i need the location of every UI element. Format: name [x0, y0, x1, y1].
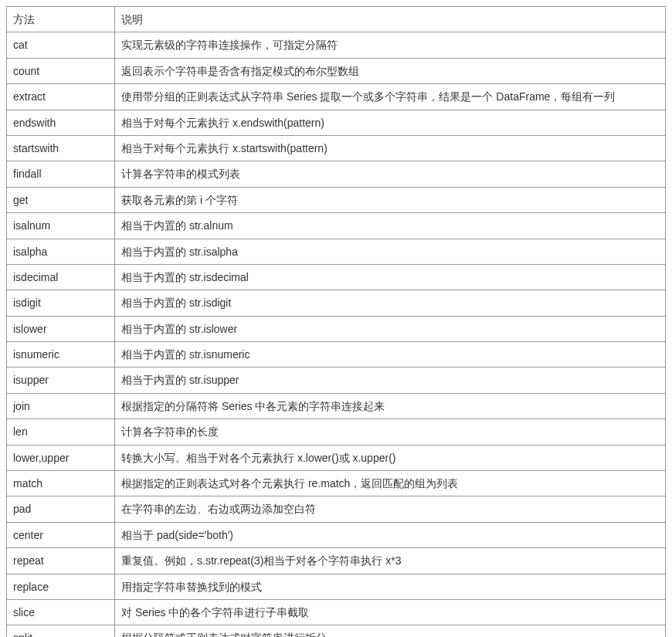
method-cell: isupper — [7, 368, 115, 393]
desc-cell: 用指定字符串替换找到的模式 — [115, 574, 666, 599]
string-methods-table: 方法说明cat实现元素级的字符串连接操作，可指定分隔符count返回表示个字符串… — [6, 6, 666, 637]
desc-cell: 计算各字符串的长度 — [115, 419, 666, 445]
table-row: slice对 Series 中的各个字符串进行子串截取 — [7, 599, 666, 625]
method-cell: extract — [7, 84, 115, 110]
method-cell: lower,upper — [7, 445, 115, 470]
table-row: len计算各字符串的长度 — [7, 419, 666, 445]
table-row: repeat重复值。例如，s.str.repeat(3)相当于对各个字符串执行 … — [7, 548, 666, 574]
method-cell: cat — [7, 32, 115, 58]
table-row: isdecimal相当于内置的 str.isdecimal — [7, 264, 666, 290]
desc-cell: 计算各字符串的模式列表 — [115, 161, 666, 187]
table-row: join根据指定的分隔符将 Series 中各元素的字符串连接起来 — [7, 393, 666, 418]
method-cell: isdecimal — [7, 264, 115, 290]
table-row: center相当于 pad(side='both') — [7, 522, 666, 547]
desc-cell: 根据分隔符或正则表达式对字符串进行拆分 — [115, 625, 666, 637]
desc-cell: 相当于对每个元素执行 x.endswith(pattern) — [115, 110, 666, 135]
table-row: isupper相当于内置的 str.isupper — [7, 368, 666, 393]
desc-cell: 重复值。例如，s.str.repeat(3)相当于对各个字符串执行 x*3 — [115, 548, 666, 574]
desc-cell: 相当于内置的 str.islower — [115, 316, 666, 341]
method-cell: count — [7, 58, 115, 83]
method-cell: isalnum — [7, 213, 115, 239]
desc-cell: 转换大小写。相当于对各个元素执行 x.lower()或 x.upper() — [115, 445, 666, 470]
desc-cell: 返回表示个字符串是否含有指定模式的布尔型数组 — [115, 58, 666, 83]
method-cell: isnumeric — [7, 342, 115, 368]
desc-cell: 相当于内置的 str.isdecimal — [115, 264, 666, 290]
table-row: endswith相当于对每个元素执行 x.endswith(pattern) — [7, 110, 666, 135]
table-row: startswith相当于对每个元素执行 x.startswith(patter… — [7, 135, 666, 161]
table-row: cat实现元素级的字符串连接操作，可指定分隔符 — [7, 32, 666, 58]
method-cell: join — [7, 393, 115, 418]
method-cell: isalpha — [7, 239, 115, 264]
desc-cell: 相当于 pad(side='both') — [115, 522, 666, 547]
method-cell: get — [7, 187, 115, 212]
desc-cell: 相当于内置的 str.isdigit — [115, 290, 666, 316]
table-body: 方法说明cat实现元素级的字符串连接操作，可指定分隔符count返回表示个字符串… — [7, 7, 666, 638]
table-row: islower相当于内置的 str.islower — [7, 316, 666, 341]
desc-cell: 使用带分组的正则表达式从字符串 Series 提取一个或多个字符串，结果是一个 … — [115, 84, 666, 110]
method-cell: pad — [7, 496, 115, 522]
table-row: pad在字符串的左边、右边或两边添加空白符 — [7, 496, 666, 522]
table-row: isalpha相当于内置的 str.isalpha — [7, 239, 666, 264]
desc-cell: 相当于内置的 str.isalpha — [115, 239, 666, 264]
method-cell: isdigit — [7, 290, 115, 316]
table-row: get获取各元素的第 i 个字符 — [7, 187, 666, 212]
desc-cell: 相当于内置的 str.isnumeric — [115, 342, 666, 368]
desc-cell: 在字符串的左边、右边或两边添加空白符 — [115, 496, 666, 522]
table-row: 方法说明 — [7, 7, 666, 32]
header-desc: 说明 — [115, 7, 666, 32]
desc-cell: 获取各元素的第 i 个字符 — [115, 187, 666, 212]
desc-cell: 实现元素级的字符串连接操作，可指定分隔符 — [115, 32, 666, 58]
desc-cell: 根据指定的正则表达式对各个元素执行 re.match，返回匹配的组为列表 — [115, 471, 666, 496]
table-row: replace用指定字符串替换找到的模式 — [7, 574, 666, 599]
table-row: lower,upper转换大小写。相当于对各个元素执行 x.lower()或 x… — [7, 445, 666, 470]
method-cell: slice — [7, 599, 115, 625]
desc-cell: 相当于内置的 str.isupper — [115, 368, 666, 393]
table-row: count返回表示个字符串是否含有指定模式的布尔型数组 — [7, 58, 666, 83]
method-cell: replace — [7, 574, 115, 599]
method-cell: repeat — [7, 548, 115, 574]
table-row: extract使用带分组的正则表达式从字符串 Series 提取一个或多个字符串… — [7, 84, 666, 110]
table-row: findall计算各字符串的模式列表 — [7, 161, 666, 187]
method-cell: findall — [7, 161, 115, 187]
desc-cell: 相当于内置的 str.alnum — [115, 213, 666, 239]
method-cell: startswith — [7, 135, 115, 161]
method-cell: match — [7, 471, 115, 496]
method-cell: center — [7, 522, 115, 547]
header-method: 方法 — [7, 7, 115, 32]
method-cell: endswith — [7, 110, 115, 135]
table-row: isdigit相当于内置的 str.isdigit — [7, 290, 666, 316]
desc-cell: 对 Series 中的各个字符串进行子串截取 — [115, 599, 666, 625]
method-cell: split — [7, 625, 115, 637]
method-cell: len — [7, 419, 115, 445]
table-row: isnumeric相当于内置的 str.isnumeric — [7, 342, 666, 368]
method-cell: islower — [7, 316, 115, 341]
desc-cell: 根据指定的分隔符将 Series 中各元素的字符串连接起来 — [115, 393, 666, 418]
table-row: split根据分隔符或正则表达式对字符串进行拆分 — [7, 625, 666, 637]
desc-cell: 相当于对每个元素执行 x.startswith(pattern) — [115, 135, 666, 161]
table-row: match根据指定的正则表达式对各个元素执行 re.match，返回匹配的组为列… — [7, 471, 666, 496]
table-row: isalnum相当于内置的 str.alnum — [7, 213, 666, 239]
